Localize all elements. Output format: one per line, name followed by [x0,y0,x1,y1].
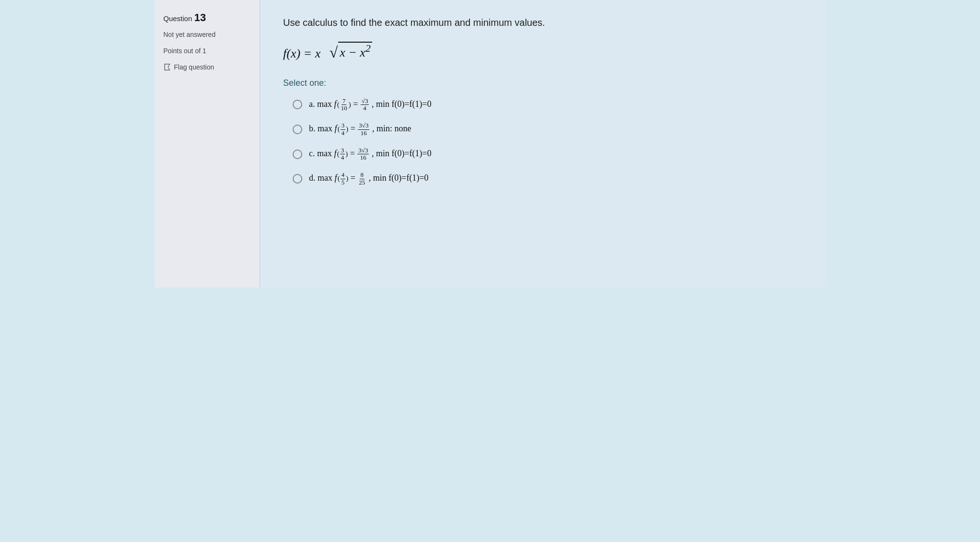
option-a: a. max f (710) = √34 , min f(0)=f(1)=0 [293,98,802,112]
option-a-radio[interactable] [293,100,302,109]
flag-label: Flag question [174,63,214,71]
options-list: a. max f (710) = √34 , min f(0)=f(1)=0 b… [293,98,802,186]
option-d-text: d. max f (45) = 825 , min f(0)=f(1)=0 [309,172,429,186]
option-d-radio[interactable] [293,174,302,184]
sidebar: Question 13 Not yet answered Points out … [155,0,260,288]
option-d: d. max f (45) = 825 , min f(0)=f(1)=0 [293,172,802,186]
question-number: 13 [194,12,206,23]
flag-question[interactable]: Flag question [163,63,251,71]
question-header: Question 13 [163,12,251,24]
question-status: Not yet answered [163,31,251,38]
select-label: Select one: [283,78,802,88]
option-c-radio[interactable] [293,150,302,159]
points-label: Points out of 1 [163,47,251,55]
option-a-text: a. max f (710) = √34 , min f(0)=f(1)=0 [309,98,432,112]
option-c: c. max f (34) = 3√316 , min f(0)=f(1)=0 [293,147,802,161]
option-b: b. max f (34) = 3√316 , min: none [293,122,802,137]
main-content: Use calculus to find the exact maximum a… [260,0,825,288]
option-c-text: c. max f (34) = 3√316 , min f(0)=f(1)=0 [309,147,432,161]
option-b-radio[interactable] [293,125,302,134]
question-container: Question 13 Not yet answered Points out … [155,0,825,288]
formula-display: f(x) = x √ x − x2 [283,42,802,61]
question-label: Question [163,14,192,23]
option-b-text: b. max f (34) = 3√316 , min: none [309,122,411,137]
svg-marker-0 [165,64,170,70]
question-text: Use calculus to find the exact maximum a… [283,17,802,28]
flag-icon [163,63,171,71]
